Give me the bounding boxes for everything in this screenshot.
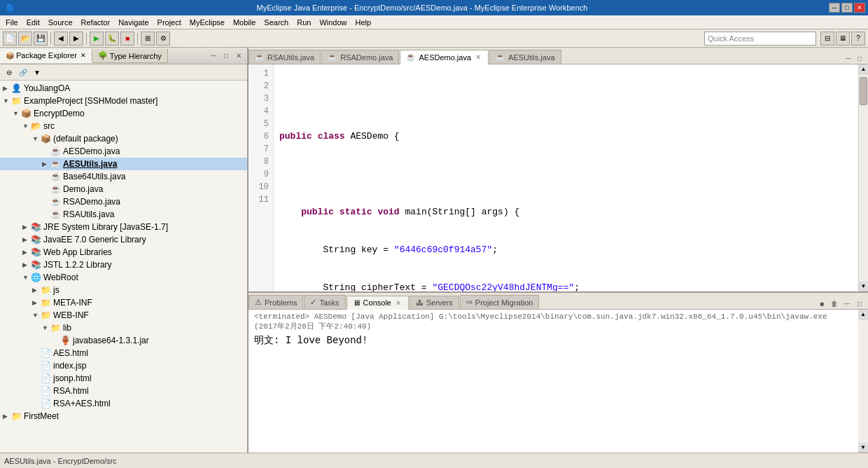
menu-source[interactable]: Source bbox=[44, 17, 77, 28]
scroll-thumb[interactable] bbox=[860, 77, 867, 105]
tab-project-migration[interactable]: ⇨ Project Migration bbox=[460, 295, 540, 309]
tree-item[interactable]: ▶📚Web App Libraries bbox=[0, 246, 247, 259]
menu-refactor[interactable]: Refactor bbox=[77, 17, 115, 28]
tree-item[interactable]: 📄RSA.html bbox=[0, 385, 247, 397]
scroll-track[interactable] bbox=[859, 74, 868, 282]
tab-type-hierarchy[interactable]: 🌳 Type Hierarchy bbox=[92, 49, 168, 63]
collapse-all-btn[interactable]: ⊖ bbox=[3, 66, 15, 78]
tree-item[interactable]: ▼📁WEB-INF bbox=[0, 309, 247, 322]
tab-tasks[interactable]: ✓ Tasks bbox=[304, 295, 345, 309]
tree-item[interactable]: ☕Base64Utils.java bbox=[0, 170, 247, 183]
tab-servers[interactable]: 🖧 Servers bbox=[410, 296, 459, 309]
console-scroll-track[interactable] bbox=[858, 319, 868, 443]
tree-item[interactable]: ▶📁FirstMeet bbox=[0, 410, 247, 422]
tab-rsademo[interactable]: ☕ RSADemo.java bbox=[321, 50, 399, 64]
toolbar-settings[interactable]: ⚙ bbox=[156, 32, 170, 46]
menu-file[interactable]: File bbox=[1, 17, 22, 28]
stop-console-btn[interactable]: ■ bbox=[816, 298, 827, 309]
menu-help[interactable]: Help bbox=[351, 17, 376, 28]
toolbar-new[interactable]: 📄 bbox=[3, 32, 17, 46]
toolbar-back[interactable]: ◀ bbox=[54, 32, 68, 46]
tree-arrow: ▼ bbox=[3, 95, 11, 107]
tree-item[interactable]: 📄index.jsp bbox=[0, 359, 247, 372]
tab-package-explorer[interactable]: 📦 Package Explorer ✕ bbox=[0, 49, 92, 63]
tree-arrow: ▶ bbox=[32, 284, 41, 296]
tree-item[interactable]: ▼📦EncryptDemo bbox=[0, 107, 247, 120]
tree-item[interactable]: 📄RSA+AES.html bbox=[0, 397, 247, 410]
clear-console-btn[interactable]: 🗑 bbox=[829, 298, 840, 309]
view-menu-btn[interactable]: ▼ bbox=[31, 66, 43, 78]
toolbar-perspective[interactable]: ⊞ bbox=[141, 32, 155, 46]
tree-item[interactable]: ▶📚JRE System Library [JavaSE-1.7] bbox=[0, 221, 247, 233]
code-area[interactable]: public class AESDemo { public static voi… bbox=[274, 64, 858, 291]
menu-project[interactable]: Project bbox=[153, 17, 186, 28]
bottom-minimize[interactable]: ─ bbox=[841, 298, 853, 309]
menu-navigate[interactable]: Navigate bbox=[114, 17, 153, 28]
editor-minimize[interactable]: ─ bbox=[843, 53, 854, 64]
tab-console[interactable]: 🖥 Console ✕ bbox=[346, 296, 409, 310]
console-scroll-up[interactable]: ▲ bbox=[858, 310, 868, 319]
maximize-panel-button[interactable]: □ bbox=[220, 50, 232, 62]
menu-run[interactable]: Run bbox=[293, 17, 315, 28]
console-scroll-down[interactable]: ▼ bbox=[858, 443, 868, 453]
toolbar-forward[interactable]: ▶ bbox=[69, 32, 83, 46]
tree-item[interactable]: ▼🌐WebRoot bbox=[0, 271, 247, 284]
tree-item[interactable]: ▼📁lib bbox=[0, 322, 247, 334]
tab-aesutils[interactable]: ☕ AESUtils.java bbox=[489, 50, 561, 64]
rsautils-icon: ☕ bbox=[255, 53, 265, 62]
menu-window[interactable]: Window bbox=[315, 17, 351, 28]
bottom-maximize[interactable]: □ bbox=[854, 298, 865, 309]
tree-item[interactable]: ▶📚JavaEE 7.0 Generic Library bbox=[0, 233, 247, 246]
link-with-editor-btn[interactable]: 🔗 bbox=[17, 66, 29, 78]
tree-item[interactable]: 🏺javabase64-1.3.1.jar bbox=[0, 334, 247, 347]
scroll-down[interactable]: ▼ bbox=[859, 282, 868, 291]
toolbar-debug[interactable]: 🐛 bbox=[105, 32, 119, 46]
toolbar-open[interactable]: 📂 bbox=[18, 32, 32, 46]
toolbar-stop[interactable]: ■ bbox=[120, 32, 134, 46]
close-button[interactable]: ✕ bbox=[854, 3, 865, 13]
console-scrollbar[interactable]: ▲ ▼ bbox=[858, 310, 868, 453]
toolbar-run[interactable]: ▶ bbox=[90, 32, 104, 46]
tree-item[interactable]: ☕RSADemo.java bbox=[0, 195, 247, 208]
tree-item[interactable]: ▶☕AESUtils.java bbox=[0, 158, 247, 170]
menu-myeclipse[interactable]: MyEclipse bbox=[186, 17, 229, 28]
tree-item[interactable]: ▼📁ExampleProject [SSHModel master] bbox=[0, 95, 247, 107]
line-numbers: 1 2 3 4 5 6 7 8 9 10 11 bbox=[248, 64, 274, 291]
editor-maximize[interactable]: □ bbox=[854, 53, 865, 64]
scroll-up[interactable]: ▲ bbox=[859, 64, 868, 74]
tab-aesdemo[interactable]: ☕ AESDemo.java ✕ bbox=[400, 50, 489, 64]
tree-item[interactable]: ▶📁js bbox=[0, 284, 247, 296]
tree-item[interactable]: ▶📚JSTL 1.2.2 Library bbox=[0, 259, 247, 271]
menu-edit[interactable]: Edit bbox=[22, 17, 44, 28]
minimize-panel-button[interactable]: ─ bbox=[208, 50, 219, 62]
tree-item[interactable]: ▶👤YouJiangOA bbox=[0, 82, 247, 95]
tree-icon: 📁 bbox=[41, 284, 51, 296]
tree-item[interactable]: 📄AES.html bbox=[0, 347, 247, 359]
tree-item[interactable]: 📄jsonp.html bbox=[0, 372, 247, 385]
menu-mobile[interactable]: Mobile bbox=[229, 17, 260, 28]
toolbar-save[interactable]: 💾 bbox=[34, 32, 48, 46]
tab-rsautils[interactable]: ☕ RSAUtils.java bbox=[248, 50, 321, 64]
close-panel-button[interactable]: ✕ bbox=[233, 50, 244, 62]
tab-close-pkg[interactable]: ✕ bbox=[80, 52, 86, 59]
toolbar-window[interactable]: 🖥 bbox=[836, 32, 850, 46]
tree-item[interactable]: ▶📁META-INF bbox=[0, 296, 247, 309]
editor-scrollbar[interactable]: ▲ ▼ bbox=[858, 64, 868, 291]
toolbar-help[interactable]: ? bbox=[851, 32, 865, 46]
tree-item[interactable]: ▼📂src bbox=[0, 120, 247, 132]
editor-area[interactable]: 1 2 3 4 5 6 7 8 9 10 11 public class AES… bbox=[248, 64, 868, 291]
minimize-button[interactable]: ─ bbox=[829, 3, 840, 13]
tree-label: RSA.html bbox=[53, 385, 89, 397]
aesdemo-close[interactable]: ✕ bbox=[474, 53, 482, 62]
console-close[interactable]: ✕ bbox=[394, 298, 402, 307]
tab-problems[interactable]: ⚠ Problems bbox=[248, 295, 303, 309]
toolbar-perspective-switch[interactable]: ⊟ bbox=[820, 32, 834, 46]
maximize-button[interactable]: □ bbox=[841, 3, 853, 13]
tree-item[interactable]: ☕AESDemo.java bbox=[0, 145, 247, 158]
tree-item[interactable]: ☕Demo.java bbox=[0, 183, 247, 195]
tree-area[interactable]: ▶👤YouJiangOA▼📁ExampleProject [SSHModel m… bbox=[0, 81, 247, 453]
menu-search[interactable]: Search bbox=[260, 17, 293, 28]
tree-item[interactable]: ▼📦(default package) bbox=[0, 132, 247, 145]
tree-item[interactable]: ☕RSAUtils.java bbox=[0, 208, 247, 221]
tree-arrow: ▶ bbox=[22, 233, 31, 246]
